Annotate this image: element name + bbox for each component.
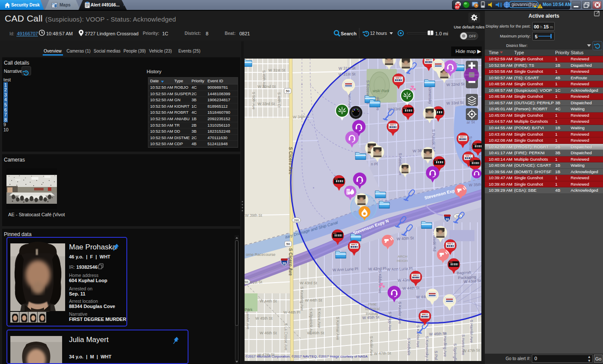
svg-text:S Cicero Ave: S Cicero Ave xyxy=(288,248,293,276)
svg-text:W 33rd St: W 33rd St xyxy=(258,102,275,106)
svg-text:W 33rd St: W 33rd St xyxy=(446,100,464,106)
svg-text:©2017 Microsoft Corporation. ©: ©2017 Microsoft Corporation. ©2017 NAVTE… xyxy=(245,355,368,358)
svg-text:S 48th Ct: S 48th Ct xyxy=(277,92,281,108)
svg-text:W 35th: W 35th xyxy=(468,182,481,187)
svg-text:S Keeler Ave: S Keeler Ave xyxy=(398,302,402,324)
svg-text:S Avers Ave: S Avers Ave xyxy=(461,334,465,355)
svg-text:S Hamlin Ave: S Hamlin Ave xyxy=(469,320,474,343)
svg-text:S Komensky Ave: S Komensky Ave xyxy=(425,336,429,361)
svg-text:W 45th St: W 45th St xyxy=(255,316,273,320)
svg-text:Technical: Technical xyxy=(364,307,380,311)
svg-text:W 32nd St: W 32nd St xyxy=(258,84,276,89)
svg-text:S Cicero Ave: S Cicero Ave xyxy=(288,147,293,174)
svg-text:S Kildare Ave: S Kildare Ave xyxy=(378,270,382,293)
svg-text:S Tripp Ave: S Tripp Ave xyxy=(388,311,392,331)
svg-text:S Pulaski Rd: S Pulaski Rd xyxy=(431,129,436,152)
svg-text:Institute: Institute xyxy=(366,311,379,316)
svg-text:S Kolmar Ave: S Kolmar Ave xyxy=(336,317,340,340)
svg-text:W 39th St: W 39th St xyxy=(245,213,262,218)
svg-text:S Harding Ave: S Harding Ave xyxy=(443,332,447,357)
svg-text:W 44th St: W 44th St xyxy=(305,298,322,302)
svg-text:W 47th St: W 47th St xyxy=(374,351,391,356)
svg-text:S Kilpatrick Ave: S Kilpatrick Ave xyxy=(309,308,313,335)
svg-text:S Lawler Ave: S Lawler Ave xyxy=(246,308,250,330)
svg-text:W 44th Pl: W 44th Pl xyxy=(283,310,300,314)
svg-text:S Pul: S Pul xyxy=(434,351,438,360)
svg-text:S 50th Ave: S 50th Ave xyxy=(251,92,256,109)
svg-text:W 31st St: W 31st St xyxy=(268,68,286,72)
svg-text:Bagcraft: Bagcraft xyxy=(457,270,471,275)
svg-text:W 31st St: W 31st St xyxy=(339,72,356,77)
svg-text:orne Racecourse: orne Racecourse xyxy=(246,252,276,257)
svg-text:HEIGH: HEIGH xyxy=(397,259,408,263)
svg-text:W 31st St: W 31st St xyxy=(339,66,356,71)
svg-text:S 49th Ave: S 49th Ave xyxy=(262,70,266,88)
svg-text:ARCH: ARCH xyxy=(398,255,408,258)
svg-text:W 44th St: W 44th St xyxy=(402,286,420,291)
svg-text:n Pl: n Pl xyxy=(371,162,378,166)
svg-text:Hvac: Hvac xyxy=(368,302,377,306)
svg-text:S Knox Ave: S Knox Ave xyxy=(317,308,321,328)
svg-text:S Kedvale: S Kedvale xyxy=(407,338,411,355)
svg-text:W 34th S: W 34th S xyxy=(293,115,309,119)
svg-text:S Keating Ave: S Keating Ave xyxy=(300,286,304,311)
svg-text:ar St: ar St xyxy=(467,120,475,124)
svg-text:S Kolin Ave: S Kolin Ave xyxy=(369,336,374,356)
svg-text:W 43rd St: W 43rd St xyxy=(300,281,317,285)
svg-text:W 46th St: W 46th St xyxy=(260,331,277,335)
svg-text:S La Crosse Ave: S La Crosse Ave xyxy=(284,323,288,350)
svg-text:W 44th St: W 44th St xyxy=(260,299,277,303)
svg-text:wski Park: wski Park xyxy=(373,89,389,93)
svg-text:S Springfield: S Springfield xyxy=(453,343,457,361)
svg-text:S Karlov Ave: S Karlov Ave xyxy=(416,325,420,347)
